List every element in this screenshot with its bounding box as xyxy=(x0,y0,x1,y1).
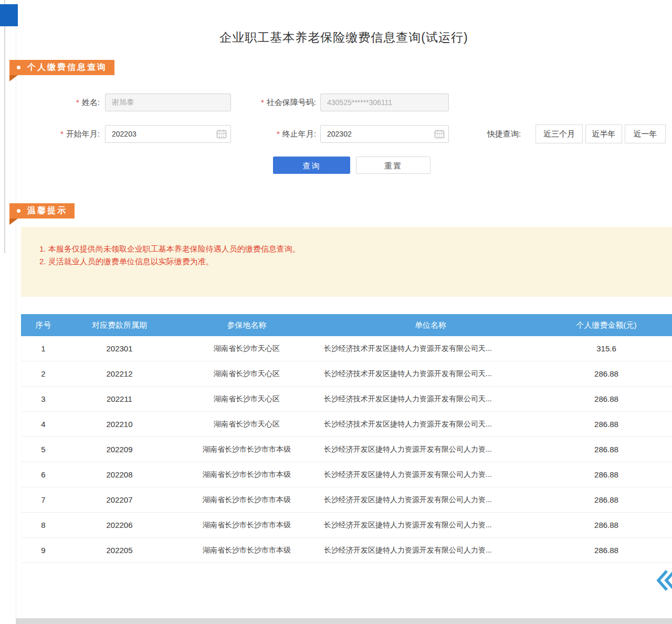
table-cell: 湖南省长沙市天心区 xyxy=(173,420,320,429)
pension-query-page: 企业职工基本养老保险缴费信息查询(试运行) 个人缴费信息查询 *姓名: *社会保… xyxy=(0,0,672,624)
table-cell: 286.88 xyxy=(541,546,672,555)
table-row: 1202301湖南省长沙市天心区长沙经济技术开发区捷特人力资源开发有限公司天..… xyxy=(21,336,672,361)
table-cell: 286.88 xyxy=(541,521,672,529)
table-cell: 202301 xyxy=(66,344,173,353)
table-cell: 长沙经济技术开发区捷特人力资源开发有限公司天... xyxy=(320,420,541,429)
table-cell: 202208 xyxy=(66,470,173,479)
start-month-input[interactable] xyxy=(105,125,231,143)
table-row: 8202206湖南省长沙市长沙市市本级长沙经济开发区捷特人力资源开发有限公司人力… xyxy=(21,513,672,538)
table-header-row: 序号 对应费款所属期 参保地名称 单位名称 个人缴费金额(元) xyxy=(21,314,672,336)
table-cell: 长沙经济开发区捷特人力资源开发有限公司人力资... xyxy=(320,445,541,454)
table-row: 7202207湖南省长沙市长沙市市本级长沙经济开发区捷特人力资源开发有限公司人力… xyxy=(21,487,672,513)
left-blue-tab xyxy=(0,4,18,26)
table-cell: 湖南省长沙市长沙市市本级 xyxy=(173,546,320,555)
ssn-field xyxy=(320,93,449,111)
table-cell: 长沙经济技术开发区捷特人力资源开发有限公司天... xyxy=(320,344,541,353)
ribbon-fold xyxy=(9,219,18,225)
start-month-picker[interactable] xyxy=(105,125,231,143)
quick-btn-last-3-months[interactable]: 近三个月 xyxy=(536,124,583,143)
header-seq: 序号 xyxy=(21,320,66,330)
required-asterisk: * xyxy=(261,98,264,107)
collapse-chevron-icon[interactable] xyxy=(655,568,672,592)
notice-text: 1. 本服务仅提供尚未领取企业职工基本养老保险待遇人员的缴费信息查询。 2. 灵… xyxy=(39,243,300,268)
reset-button[interactable]: 重置 xyxy=(356,157,430,174)
table-cell: 长沙经济开发区捷特人力资源开发有限公司人力资... xyxy=(320,546,541,555)
table-cell: 长沙经济开发区捷特人力资源开发有限公司人力资... xyxy=(320,521,541,530)
table-cell: 202209 xyxy=(66,445,173,454)
table-cell: 湖南省长沙市长沙市市本级 xyxy=(173,495,320,505)
table-row: 5202209湖南省长沙市长沙市市本级长沙经济开发区捷特人力资源开发有限公司人力… xyxy=(21,437,672,462)
notice-line-2: 2. 灵活就业人员的缴费单位信息以实际缴费为准。 xyxy=(39,255,300,268)
notice-box: 1. 本服务仅提供尚未领取企业职工基本养老保险待遇人员的缴费信息查询。 2. 灵… xyxy=(21,227,672,297)
table-row: 2202212湖南省长沙市天心区长沙经济技术开发区捷特人力资源开发有限公司天..… xyxy=(21,361,672,387)
table-cell: 2 xyxy=(21,369,66,378)
panel-left-border xyxy=(16,0,16,624)
table-cell: 202207 xyxy=(66,495,173,504)
table-cell: 湖南省长沙市长沙市市本级 xyxy=(173,445,320,454)
table-cell: 长沙经济开发区捷特人力资源开发有限公司人力资... xyxy=(320,470,541,480)
header-region: 参保地名称 xyxy=(173,320,320,330)
table-body: 1202301湖南省长沙市天心区长沙经济技术开发区捷特人力资源开发有限公司天..… xyxy=(21,336,672,563)
required-asterisk: * xyxy=(60,129,64,138)
required-asterisk: * xyxy=(277,129,280,138)
end-month-input[interactable] xyxy=(320,125,449,143)
name-label: *姓名: xyxy=(32,93,100,111)
table-cell: 202212 xyxy=(66,369,173,378)
section-badge-label: 个人缴费信息查询 xyxy=(27,62,107,73)
ribbon-fold xyxy=(9,75,18,81)
table-cell: 1 xyxy=(21,344,66,353)
query-button[interactable]: 查询 xyxy=(273,157,350,174)
table-cell: 286.88 xyxy=(541,420,672,429)
end-month-picker[interactable] xyxy=(320,125,449,143)
table-cell: 5 xyxy=(21,445,66,454)
bottom-scroll-bar[interactable] xyxy=(16,618,672,624)
page-title: 企业职工基本养老保险缴费信息查询(试运行) xyxy=(16,29,672,46)
table-cell: 9 xyxy=(21,546,66,555)
table-cell: 湖南省长沙市长沙市市本级 xyxy=(173,470,320,480)
start-month-label: *开始年月: xyxy=(32,125,100,143)
notice-line-1: 1. 本服务仅提供尚未领取企业职工基本养老保险待遇人员的缴费信息查询。 xyxy=(39,243,300,255)
table-cell: 3 xyxy=(21,394,66,403)
quick-btn-last-year[interactable]: 近一年 xyxy=(625,124,666,143)
header-company: 单位名称 xyxy=(320,320,541,330)
name-field xyxy=(105,93,231,111)
table-cell: 286.88 xyxy=(541,369,672,378)
header-amount: 个人缴费金额(元) xyxy=(541,320,672,330)
end-month-label: *终止年月: xyxy=(236,125,316,143)
table-cell: 8 xyxy=(21,521,66,529)
table-cell: 湖南省长沙市长沙市市本级 xyxy=(173,521,320,530)
table-cell: 286.88 xyxy=(541,495,672,504)
calendar-icon[interactable] xyxy=(216,129,227,139)
quick-btn-last-half-year[interactable]: 近半年 xyxy=(585,124,622,143)
table-cell: 202205 xyxy=(66,546,173,555)
table-cell: 湖南省长沙市天心区 xyxy=(173,344,320,353)
table-cell: 202206 xyxy=(66,521,173,529)
bullet-dot-icon xyxy=(17,209,20,213)
table-cell: 4 xyxy=(21,420,66,429)
table-cell: 286.88 xyxy=(541,470,672,479)
table-cell: 7 xyxy=(21,495,66,504)
left-divider-line xyxy=(4,0,5,253)
table-row: 4202210湖南省长沙市天心区长沙经济技术开发区捷特人力资源开发有限公司天..… xyxy=(21,412,672,437)
table-cell: 286.88 xyxy=(541,445,672,454)
table-cell: 湖南省长沙市天心区 xyxy=(173,369,320,379)
table-cell: 315.6 xyxy=(541,344,672,353)
required-asterisk: * xyxy=(76,98,79,107)
table-cell: 202211 xyxy=(66,394,173,403)
payment-table: 序号 对应费款所属期 参保地名称 单位名称 个人缴费金额(元) 1202301湖… xyxy=(21,314,672,563)
header-period: 对应费款所属期 xyxy=(66,320,173,330)
table-cell: 长沙经济技术开发区捷特人力资源开发有限公司天... xyxy=(320,394,541,404)
section-badge-personal-query: 个人缴费信息查询 xyxy=(9,60,114,75)
table-cell: 6 xyxy=(21,470,66,479)
table-row: 3202211湖南省长沙市天心区长沙经济技术开发区捷特人力资源开发有限公司天..… xyxy=(21,387,672,412)
table-row: 6202208湖南省长沙市长沙市市本级长沙经济开发区捷特人力资源开发有限公司人力… xyxy=(21,462,672,487)
table-cell: 长沙经济技术开发区捷特人力资源开发有限公司天... xyxy=(320,369,541,379)
table-cell: 湖南省长沙市天心区 xyxy=(173,394,320,404)
quick-query-label: 快捷查询: xyxy=(487,125,521,143)
section-badge-label: 温馨提示 xyxy=(27,205,67,216)
bullet-dot-icon xyxy=(17,66,20,69)
calendar-icon[interactable] xyxy=(434,129,445,139)
table-row: 9202205湖南省长沙市长沙市市本级长沙经济开发区捷特人力资源开发有限公司人力… xyxy=(21,538,672,563)
ssn-label: *社会保障号码: xyxy=(236,93,316,111)
section-badge-tips: 温馨提示 xyxy=(9,203,75,219)
